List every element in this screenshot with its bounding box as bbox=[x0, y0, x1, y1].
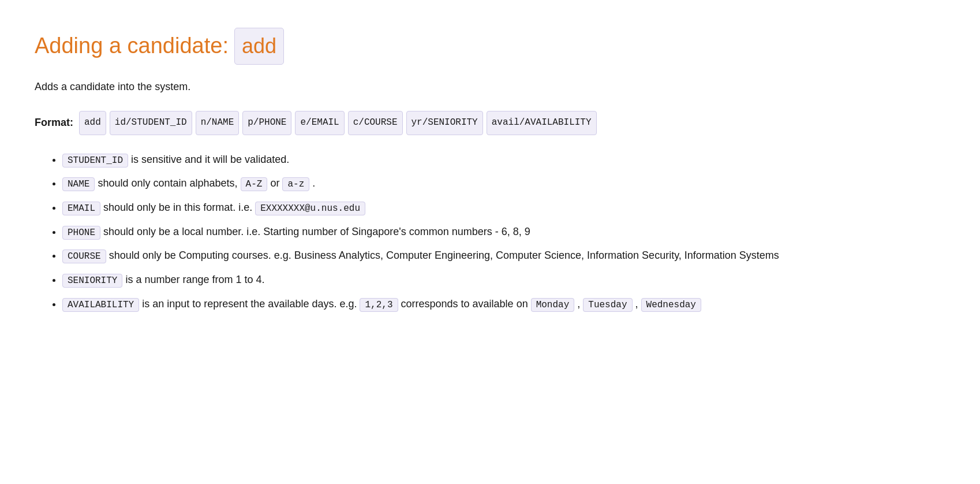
format-code-availability: avail/AVAILABILITY bbox=[487, 111, 597, 135]
list-item-phone: PHONE should only be a local number. i.e… bbox=[62, 224, 945, 241]
keyword-availability-example: 1,2,3 bbox=[360, 298, 398, 312]
format-code-course: c/COURSE bbox=[348, 111, 403, 135]
list-item-course: COURSE should only be Computing courses.… bbox=[62, 247, 945, 265]
keyword-az-lower: a-z bbox=[282, 177, 309, 191]
list-item-comma1: , bbox=[577, 298, 583, 310]
list-item-name-text1: should only contain alphabets, bbox=[98, 177, 240, 189]
keyword-email: EMAIL bbox=[62, 202, 100, 215]
bullet-list: STUDENT_ID is sensitive and it will be v… bbox=[35, 151, 945, 313]
format-code-student-id: id/STUDENT_ID bbox=[110, 111, 192, 135]
list-item-availability-text2: corresponds to available on bbox=[401, 298, 531, 310]
list-item-seniority-text: is a number range from 1 to 4. bbox=[125, 274, 264, 285]
keyword-tuesday: Tuesday bbox=[583, 298, 632, 312]
list-item-phone-text: should only be a local number. i.e. Star… bbox=[103, 226, 530, 237]
list-item-name-period: . bbox=[312, 177, 315, 189]
keyword-monday: Monday bbox=[531, 298, 575, 312]
description: Adds a candidate into the system. bbox=[35, 79, 945, 95]
format-code-add: add bbox=[79, 111, 106, 135]
list-item-availability: AVAILABILITY is an input to represent th… bbox=[62, 296, 945, 313]
keyword-email-example: EXXXXXXX@u.nus.edu bbox=[255, 202, 365, 215]
keyword-name: NAME bbox=[62, 177, 95, 191]
title-command: add bbox=[234, 28, 284, 65]
list-item-comma2: , bbox=[635, 298, 641, 310]
keyword-phone: PHONE bbox=[62, 226, 100, 240]
keyword-availability: AVAILABILITY bbox=[62, 298, 139, 312]
list-item-email: EMAIL should only be in this format. i.e… bbox=[62, 199, 945, 217]
keyword-az: A-Z bbox=[241, 177, 268, 191]
keyword-course: COURSE bbox=[62, 250, 106, 263]
format-code-name: n/NAME bbox=[196, 111, 240, 135]
list-item-name: NAME should only contain alphabets, A-Z … bbox=[62, 175, 945, 192]
list-item-course-text: should only be Computing courses. e.g. B… bbox=[109, 250, 779, 261]
format-code-seniority: yr/SENIORITY bbox=[406, 111, 483, 135]
page-title: Adding a candidate: add bbox=[35, 28, 945, 65]
format-code-phone: p/PHONE bbox=[242, 111, 291, 135]
list-item-seniority: SENIORITY is a number range from 1 to 4. bbox=[62, 271, 945, 289]
list-item-availability-text1: is an input to represent the available d… bbox=[142, 298, 360, 310]
title-prefix: Adding a candidate: bbox=[35, 28, 229, 64]
list-item-email-text1: should only be in this format. i.e. bbox=[103, 202, 255, 213]
list-item-student-id-text: is sensitive and it will be validated. bbox=[131, 154, 289, 165]
format-code-email: e/EMAIL bbox=[295, 111, 344, 135]
keyword-wednesday: Wednesday bbox=[641, 298, 701, 312]
keyword-seniority: SENIORITY bbox=[62, 274, 122, 288]
format-label: Format: bbox=[35, 111, 73, 135]
list-item-name-or: or bbox=[270, 177, 282, 189]
keyword-student-id: STUDENT_ID bbox=[62, 154, 128, 167]
list-item-student-id: STUDENT_ID is sensitive and it will be v… bbox=[62, 151, 945, 169]
format-line: Format: add id/STUDENT_ID n/NAME p/PHONE… bbox=[35, 111, 945, 135]
